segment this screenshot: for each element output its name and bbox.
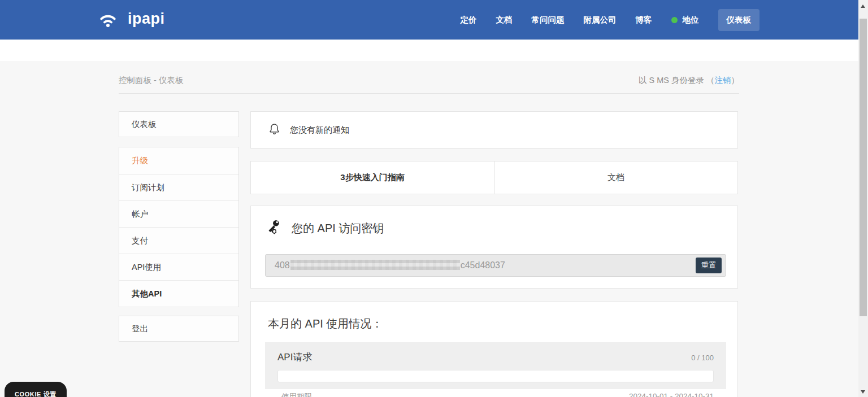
usage-requests-header: API请求 0 / 100	[265, 342, 726, 364]
redacted-key-mosaic	[290, 260, 460, 270]
navbar-links: 定价 文档 常问问题 附属公司 博客 地位 仪表板	[461, 0, 760, 40]
key-icon	[266, 219, 281, 238]
nav-link-affiliates[interactable]: 附属公司	[584, 15, 617, 25]
api-key-field[interactable]: 408c45d48037 重置	[265, 254, 726, 277]
nav-link-faq[interactable]: 常问问题	[532, 15, 565, 25]
paren-close: ）	[731, 76, 740, 85]
api-usage-card: 本月的 API 使用情况： API请求 0 / 100 使用期限 2024-10…	[250, 301, 738, 397]
usage-requests-label: API请求	[277, 351, 312, 364]
nav-link-pricing[interactable]: 定价	[461, 15, 477, 25]
nav-dashboard-button[interactable]: 仪表板	[718, 9, 760, 31]
nav-link-status[interactable]: 地位	[671, 15, 699, 25]
sidebar-menu: 升级 订阅计划 帐户 支付 API使用 其他API	[119, 147, 239, 307]
usage-period-value: 2024-10-01 - 2024-10-31	[629, 392, 714, 397]
tab-documentation[interactable]: 文档	[494, 162, 737, 194]
wifi-icon	[95, 8, 121, 29]
paren-open: （	[706, 76, 715, 85]
navbar: ipapi 定价 文档 常问问题 附属公司 博客 地位 仪表板	[0, 0, 868, 40]
login-text: 以 S MS 身份登录	[639, 76, 704, 85]
nav-link-blog[interactable]: 博客	[636, 15, 652, 25]
status-green-dot-icon	[671, 17, 678, 23]
subheader-strip	[0, 40, 868, 61]
sidebar-item-upgrade[interactable]: 升级	[119, 147, 238, 174]
notification-text: 您没有新的通知	[290, 125, 349, 136]
login-info: 以 S MS 身份登录 （注销）	[639, 75, 739, 86]
breadcrumb-row: 控制面板 - 仪表板 以 S MS 身份登录 （注销）	[119, 75, 739, 94]
scrollbar-thumb[interactable]	[860, 19, 867, 316]
api-key-card: 您的 API 访问密钥 408c45d48037 重置	[250, 206, 738, 289]
sidebar-item-subscription[interactable]: 订阅计划	[119, 174, 238, 200]
page: ipapi 定价 文档 常问问题 附属公司 博客 地位 仪表板 控制面板 - 仪…	[0, 0, 868, 397]
api-key-header: 您的 API 访问密钥	[251, 206, 737, 238]
usage-period-row: 使用期限 2024-10-01 - 2024-10-31	[251, 392, 737, 397]
scrollbar-down-arrow-icon[interactable]	[861, 390, 865, 394]
logout-link[interactable]: 注销	[715, 76, 731, 85]
tab-quickstart-guide[interactable]: 3步快速入门指南	[251, 162, 494, 194]
usage-requests-box: API请求 0 / 100	[265, 342, 726, 389]
usage-period-label: 使用期限	[281, 392, 312, 397]
brand-name: ipapi	[128, 10, 165, 28]
sidebar-item-other-apis[interactable]: 其他API	[119, 280, 238, 307]
usage-requests-count: 0 / 100	[691, 354, 714, 362]
nav-link-docs[interactable]: 文档	[496, 15, 513, 25]
sidebar-item-dashboard[interactable]: 仪表板	[119, 111, 239, 137]
breadcrumb: 控制面板 - 仪表板	[119, 75, 183, 86]
api-key-title: 您的 API 访问密钥	[292, 221, 384, 236]
sidebar-item-payment[interactable]: 支付	[119, 227, 238, 254]
cookie-settings-button[interactable]: COOKIE 设置	[5, 382, 67, 397]
notification-card: 您没有新的通知	[250, 111, 738, 149]
reset-key-button[interactable]: 重置	[696, 258, 722, 273]
scrollbar-up-arrow-icon[interactable]	[861, 5, 865, 8]
sidebar-item-logout[interactable]: 登出	[119, 316, 239, 342]
usage-progress-bar	[277, 370, 714, 382]
quickstart-tabs-card: 3步快速入门指南 文档	[250, 161, 738, 194]
sidebar-item-api-usage[interactable]: API使用	[119, 254, 238, 280]
api-key-value: 408c45d48037	[266, 255, 726, 276]
sidebar-item-account[interactable]: 帐户	[119, 200, 238, 227]
nav-status-label: 地位	[683, 15, 699, 25]
bell-icon	[268, 123, 281, 137]
vertical-scrollbar[interactable]	[858, 0, 868, 397]
usage-title: 本月的 API 使用情况：	[251, 302, 737, 331]
brand-logo[interactable]: ipapi	[95, 8, 165, 29]
